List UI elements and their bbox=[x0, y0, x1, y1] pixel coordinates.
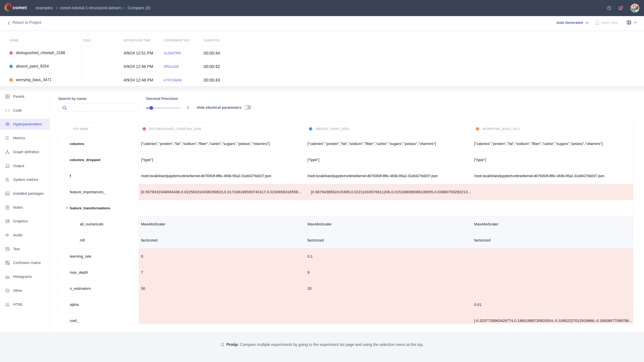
svg-text:HTML: HTML bbox=[5, 304, 10, 306]
svg-text:Py: Py bbox=[6, 193, 9, 195]
